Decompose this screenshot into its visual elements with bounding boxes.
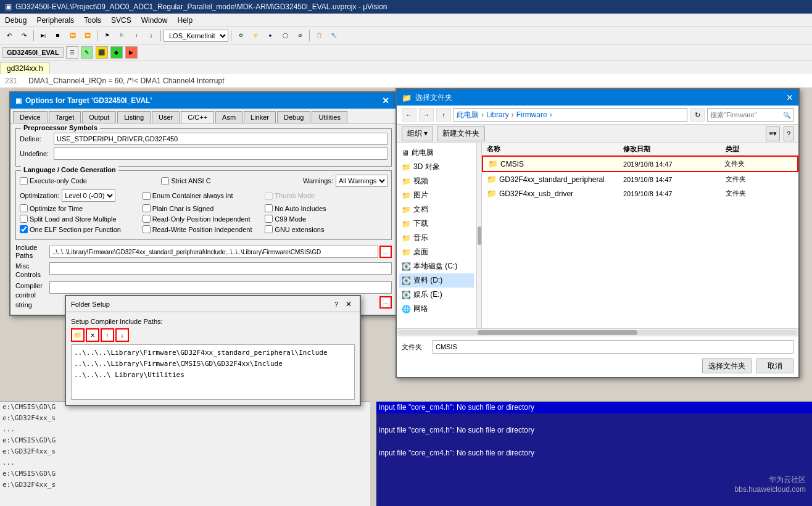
tb-btn7[interactable]: ↕ [130, 29, 143, 43]
tb-btn5[interactable]: ⚑ [100, 29, 114, 43]
tb-btn10[interactable]: ⚡ [249, 29, 262, 43]
organize-btn[interactable]: 组织 ▾ [402, 126, 433, 141]
sidebar-3d[interactable]: 📁 3D 对象 [399, 160, 474, 174]
tab-utilities[interactable]: Utilities [312, 111, 347, 123]
redo-btn[interactable]: ↷ [17, 29, 31, 43]
tb-btn6[interactable]: ⚐ [115, 29, 128, 43]
plain-char-checkbox[interactable] [143, 204, 151, 212]
breadcrumb-library[interactable]: Library [486, 110, 509, 119]
sidebar-computer[interactable]: 🖥 此电脑 [399, 146, 474, 160]
tab-output[interactable]: Output [82, 111, 116, 123]
menu-debug[interactable]: Debug [0, 15, 31, 26]
menu-window[interactable]: Window [136, 15, 173, 26]
col-date-header[interactable]: 修改日期 [623, 144, 726, 154]
sidebar-documents[interactable]: 📁 文档 [399, 202, 474, 217]
file-hscrollbar[interactable] [397, 328, 798, 336]
tb-btn14[interactable]: 📋 [312, 29, 326, 43]
menu-help[interactable]: Help [172, 15, 197, 26]
gnu-ext-checkbox[interactable] [265, 225, 273, 233]
include-paths-browse-btn[interactable]: ... [379, 246, 392, 258]
search-input[interactable] [710, 111, 783, 118]
nav-up-btn[interactable]: ↑ [436, 108, 451, 122]
col-name-header[interactable]: 名称 [487, 144, 623, 154]
warnings-select[interactable]: All Warnings [336, 175, 387, 187]
read-only-checkbox[interactable] [143, 215, 151, 223]
sidebar-video[interactable]: 📁 视频 [399, 174, 474, 188]
sidebar-pictures[interactable]: 📁 图片 [399, 188, 474, 202]
sidebar-drive-d[interactable]: 💽 资料 (D:) [399, 273, 474, 288]
new-folder-btn[interactable]: 新建文件夹 [437, 126, 485, 141]
tb-btn11[interactable]: ● [263, 29, 277, 43]
folder-new-btn[interactable]: 📁 [71, 328, 85, 342]
file-row-cmsis[interactable]: 📁 CMSIS 2019/10/8 14:47 文件夹 [482, 156, 798, 172]
footer-file-input[interactable] [433, 340, 793, 354]
tab-cc[interactable]: C/C++ [181, 111, 214, 123]
misc-controls-input[interactable] [49, 262, 392, 275]
col-type-header[interactable]: 类型 [726, 144, 793, 154]
tb-btn3[interactable]: ⏩ [66, 29, 80, 43]
breadcrumb-firmware[interactable]: Firmware [516, 110, 547, 119]
undo-btn[interactable]: ↶ [2, 29, 16, 43]
tb-btn2[interactable]: ⏹ [51, 29, 65, 43]
nav-back-btn[interactable]: ← [402, 108, 416, 122]
dialog-file-close[interactable]: ✕ [786, 93, 793, 102]
target-btn2[interactable]: ✎ [81, 46, 93, 59]
folder-up-btn[interactable]: ↑ [101, 328, 114, 342]
view-toggle-btn[interactable]: ≡▾ [766, 126, 779, 141]
sidebar-desktop[interactable]: 📁 桌面 [399, 245, 474, 259]
tab-user[interactable]: User [152, 111, 180, 123]
file-row-usb[interactable]: 📁 GD32F4xx_usb_driver 2019/10/8 14:47 文件… [482, 186, 798, 201]
sidebar-drive-c[interactable]: 💽 本地磁盘 (C:) [399, 259, 474, 273]
sidebar-drive-e[interactable]: 💽 娱乐 (E:) [399, 288, 474, 302]
dialog-folder-close[interactable]: ✕ [342, 298, 355, 310]
dialog-options-close[interactable]: ✕ [379, 94, 392, 107]
tab-listing[interactable]: Listing [117, 111, 151, 123]
tab-linker[interactable]: Linker [244, 111, 276, 123]
read-write-checkbox[interactable] [143, 225, 151, 233]
tb-btn4[interactable]: ⏪ [81, 29, 94, 43]
tab-target[interactable]: Target [49, 111, 81, 123]
menu-peripherals[interactable]: Peripherals [31, 15, 79, 26]
tb-btn8[interactable]: ↨ [144, 29, 158, 43]
file-cancel-btn[interactable]: 取消 [756, 359, 793, 373]
sidebar-music[interactable]: 📁 音乐 [399, 231, 474, 245]
opt-time-checkbox[interactable] [20, 204, 28, 212]
folder-down-btn[interactable]: ↓ [115, 328, 129, 342]
no-auto-checkbox[interactable] [265, 204, 273, 212]
sidebar-downloads[interactable]: 📁 下载 [399, 217, 474, 231]
menu-svcs[interactable]: SVCS [106, 15, 136, 26]
strict-ansi-checkbox[interactable] [161, 177, 169, 185]
tb-btn12[interactable]: ◯ [278, 29, 292, 43]
tb-btn1[interactable]: ▶| [36, 29, 50, 43]
undefine-input[interactable] [54, 147, 387, 160]
help-btn[interactable]: ? [784, 126, 793, 141]
menu-tools[interactable]: Tools [79, 15, 106, 26]
split-load-checkbox[interactable] [20, 215, 28, 223]
tab-debug[interactable]: Debug [277, 111, 310, 123]
compiler-control-browse-btn[interactable]: ... [379, 296, 392, 309]
target-dropdown[interactable]: LOS_KernelInit [164, 30, 228, 42]
breadcrumb-computer[interactable]: 此电脑 [457, 110, 479, 120]
sidebar-network[interactable]: 🌐 网络 [399, 302, 474, 316]
nav-forward-btn[interactable]: → [419, 108, 434, 122]
optimize-select[interactable]: Level 0 (-O0) [62, 189, 115, 202]
file-row-std[interactable]: 📁 GD32F4xx_standard_peripheral 2019/10/8… [482, 172, 798, 186]
target-btn1[interactable]: ☰ [66, 46, 78, 59]
folder-delete-btn[interactable]: ✕ [86, 328, 99, 342]
tb-btn9[interactable]: ⚙ [234, 29, 247, 43]
tb-btn15[interactable]: 🔧 [327, 29, 341, 43]
target-btn5[interactable]: ▶ [125, 46, 138, 59]
execute-only-checkbox[interactable] [20, 177, 28, 185]
define-input[interactable] [54, 133, 387, 145]
tab-device[interactable]: Device [13, 111, 48, 123]
enum-container-checkbox[interactable] [143, 192, 151, 200]
one-elf-checkbox[interactable] [20, 225, 28, 233]
include-paths-input[interactable] [49, 246, 378, 258]
code-tab[interactable]: gd32f4xx.h [0, 62, 50, 74]
target-btn3[interactable]: ⬛ [96, 46, 108, 59]
sidebar-scrollbar[interactable] [477, 143, 482, 328]
compiler-control-input[interactable] [49, 281, 392, 294]
target-btn4[interactable]: ◆ [110, 46, 123, 59]
select-folder-btn[interactable]: 选择文件夹 [702, 359, 752, 373]
tab-asm[interactable]: Asm [215, 111, 242, 123]
